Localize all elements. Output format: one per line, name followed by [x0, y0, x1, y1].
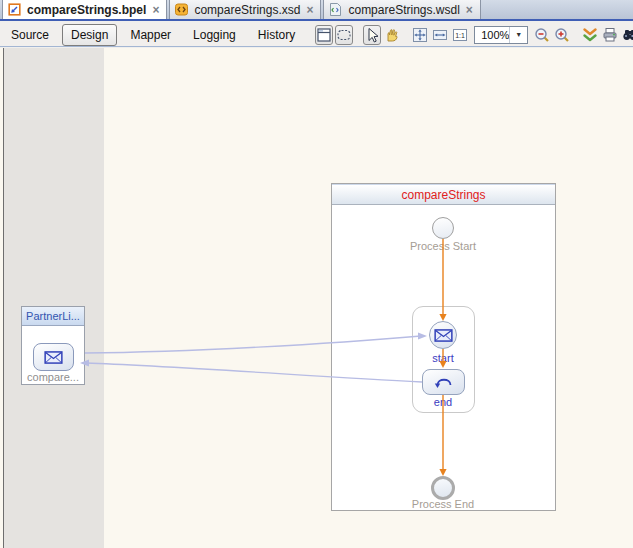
tab-label: compareStrings.bpel	[27, 3, 146, 17]
zoom-in-button[interactable]	[553, 25, 571, 45]
receive-activity-node[interactable]	[429, 321, 457, 349]
find-icon	[622, 27, 633, 43]
process-end-node[interactable]	[431, 476, 455, 500]
find-button[interactable]	[621, 25, 633, 45]
fit-to-window-icon	[412, 27, 428, 43]
bpel-designer: compareStrings.bpel × compareStrings.xsd…	[0, 0, 633, 548]
zoom-in-icon	[554, 27, 570, 43]
logging-view-button[interactable]: Logging	[184, 24, 245, 46]
mapper-view-button[interactable]: Mapper	[121, 24, 180, 46]
tab-comparestrings-wsdl[interactable]: compareStrings.wsdl ×	[323, 0, 480, 19]
chevron-down-icon: ▼	[509, 27, 527, 43]
zoom-level-dropdown[interactable]: 100% ▼	[474, 26, 528, 44]
fit-width-button[interactable]	[431, 25, 449, 45]
zoom-out-icon	[534, 27, 550, 43]
partnerlink-label: compare...	[22, 371, 84, 383]
partner-links-lane	[4, 48, 104, 548]
tab-label: compareStrings.xsd	[194, 3, 300, 17]
close-icon[interactable]: ×	[151, 5, 160, 15]
actual-size-icon: 1:1	[452, 27, 468, 43]
marquee-select-button[interactable]	[335, 25, 353, 45]
process-end-label: Process End	[383, 498, 503, 510]
svg-text:1:1: 1:1	[455, 32, 465, 39]
reply-icon	[433, 375, 455, 389]
designer-toolbar: Source Design Mapper Logging History	[0, 23, 633, 47]
reply-activity-node[interactable]	[422, 369, 465, 395]
overview-pane-button[interactable]	[315, 25, 333, 45]
close-icon[interactable]: ×	[465, 5, 474, 15]
zoom-level-value: 100%	[481, 29, 509, 41]
envelope-icon	[434, 329, 453, 342]
select-tool-icon	[364, 27, 380, 43]
marquee-select-icon	[336, 27, 352, 43]
process-start-node[interactable]	[432, 217, 454, 239]
source-view-button[interactable]: Source	[2, 24, 58, 46]
select-tool-button[interactable]	[363, 25, 381, 45]
validate-icon	[582, 27, 598, 43]
close-icon[interactable]: ×	[305, 5, 314, 15]
tab-comparestrings-xsd[interactable]: compareStrings.xsd ×	[169, 0, 321, 19]
history-view-button[interactable]: History	[249, 24, 304, 46]
overview-icon	[316, 27, 332, 43]
fit-width-icon	[432, 27, 448, 43]
envelope-icon	[44, 351, 63, 364]
print-button[interactable]	[601, 25, 619, 45]
reply-activity-label: end	[403, 396, 483, 408]
lane-divider	[3, 48, 4, 548]
process-title: compareStrings	[332, 184, 555, 205]
document-tab-bar: compareStrings.bpel × compareStrings.xsd…	[0, 0, 633, 21]
bpel-file-icon	[7, 2, 22, 17]
print-icon	[602, 27, 618, 43]
tab-label: compareStrings.wsdl	[348, 3, 459, 17]
partnerlink-header: PartnerLi...	[22, 307, 84, 326]
wsdl-file-icon	[328, 2, 343, 17]
receive-activity-label: start	[403, 352, 483, 364]
fit-to-window-button[interactable]	[411, 25, 429, 45]
partnerlink-service-node[interactable]	[33, 343, 74, 371]
design-canvas[interactable]: compareStrings Process Start start end P…	[0, 48, 633, 548]
validate-button[interactable]	[581, 25, 599, 45]
design-view-button[interactable]: Design	[62, 24, 117, 46]
xsd-file-icon	[174, 2, 189, 17]
process-start-label: Process Start	[383, 240, 503, 252]
tab-comparestrings-bpel[interactable]: compareStrings.bpel ×	[2, 0, 167, 19]
pan-tool-button[interactable]	[383, 25, 401, 45]
actual-size-button[interactable]: 1:1	[451, 25, 469, 45]
partnerlink-node[interactable]: PartnerLi... compare...	[21, 306, 85, 385]
pan-tool-icon	[384, 27, 400, 43]
zoom-out-button[interactable]	[533, 25, 551, 45]
